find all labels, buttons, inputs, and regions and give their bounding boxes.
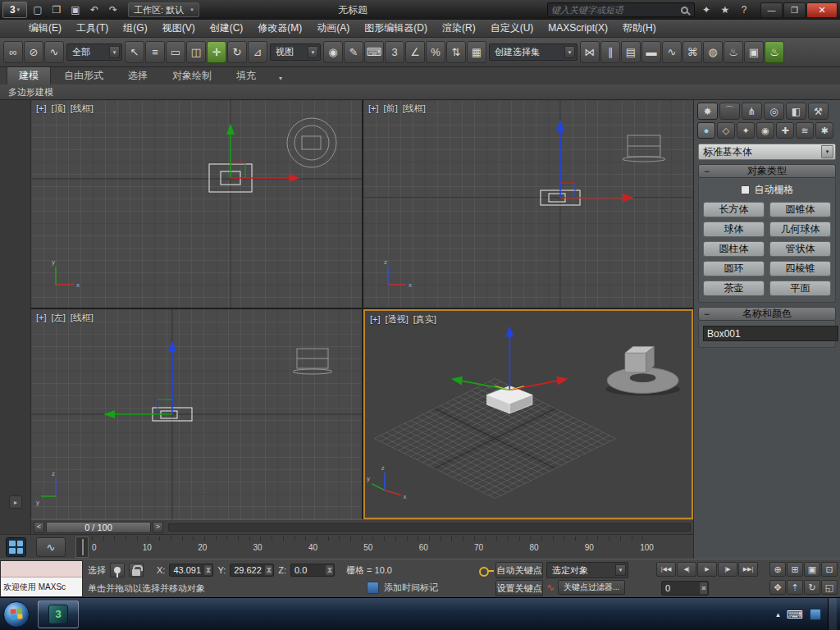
previous-frame-button[interactable]: ◀| [677, 562, 696, 577]
viewport-shading-menu[interactable]: [线框] [403, 103, 426, 113]
snap-toggle-3d-icon[interactable]: 3 [385, 41, 404, 63]
start-button[interactable] [3, 601, 30, 628]
isolate-selection-icon[interactable] [110, 563, 125, 578]
go-to-end-button[interactable]: ▶▶| [738, 562, 758, 577]
viewport-shading-menu[interactable]: [线框] [71, 103, 94, 113]
name-color-rollout-header[interactable]: − 名称和颜色 [698, 307, 836, 321]
viewport-left[interactable]: yz [+] [左] [线框] [31, 309, 362, 519]
angle-snap-icon[interactable]: ∠ [405, 41, 425, 63]
selection-lock-icon[interactable] [129, 563, 144, 578]
select-manipulate-icon[interactable]: ✎ [344, 41, 363, 63]
named-selection-set-dropdown[interactable]: 创建选择集 ▾ [489, 43, 578, 61]
primitive-button[interactable]: 平面 [769, 281, 831, 296]
torus-object[interactable] [623, 135, 665, 162]
modify-tab-icon[interactable]: ⌒ [719, 103, 740, 120]
menu-item[interactable]: 修改器(M) [250, 20, 309, 37]
ribbon-toggle-icon[interactable]: ▬ [641, 41, 661, 63]
listener-line[interactable]: 欢迎使用 MAXSc [1, 578, 82, 596]
menu-item[interactable]: MAXScript(X) [541, 20, 615, 37]
viewport-menu-icon[interactable]: [+] [36, 313, 47, 322]
ribbon-tab[interactable]: 对象绘制 [161, 66, 223, 84]
material-editor-icon[interactable]: ◍ [703, 41, 723, 63]
primitive-button[interactable]: 球体 [703, 221, 765, 237]
viewport-name-menu[interactable]: [顶] [52, 103, 66, 113]
zoom-extents-icon[interactable]: ▣ [804, 562, 820, 577]
bind-spacewarp-icon[interactable]: ∿ [44, 41, 64, 63]
current-frame-field[interactable]: 0 [661, 581, 709, 596]
time-tag-icon[interactable] [367, 582, 379, 594]
viewport-menu-icon[interactable]: [+] [368, 103, 379, 113]
ribbon-tab[interactable]: 自由形式 [52, 66, 115, 84]
menu-item[interactable]: 帮助(H) [615, 20, 664, 37]
viewport-top[interactable]: xy [+] [顶] [线框] [31, 100, 362, 308]
spinner-icon[interactable] [204, 565, 212, 575]
cameras-icon[interactable]: ◉ [756, 122, 774, 139]
spinner-icon[interactable] [326, 565, 333, 575]
motion-tab-icon[interactable]: ◎ [764, 103, 784, 120]
named-selection-sets-icon[interactable]: ▦ [467, 41, 486, 63]
key-filter-wave-icon[interactable]: ∿ [546, 582, 555, 593]
unlink-selection-icon[interactable]: ⊘ [24, 41, 43, 63]
app-logo-button[interactable]: 3 ▾ [2, 2, 27, 18]
mini-curve-editor-button[interactable]: ∿ [36, 537, 66, 557]
create-tab-icon[interactable]: ✸ [697, 103, 718, 120]
next-frame-arrow[interactable]: > [153, 522, 163, 533]
ribbon-tab[interactable]: 建模 [7, 66, 51, 84]
maximize-button[interactable]: ❐ [783, 2, 806, 18]
macro-recorder-line[interactable] [1, 561, 82, 578]
y-coordinate-field[interactable]: 29.622 [230, 564, 274, 577]
undo-icon[interactable]: ↶ [85, 2, 103, 18]
torus-object[interactable] [607, 346, 678, 393]
go-to-start-button[interactable]: |◀◀ [656, 562, 676, 577]
previous-frame-arrow[interactable]: < [34, 522, 44, 533]
menu-item[interactable]: 编辑(E) [21, 20, 69, 37]
keyboard-override-icon[interactable]: ⌨ [364, 41, 384, 63]
viewport-shading-menu[interactable]: [线框] [71, 313, 94, 322]
viewport-perspective[interactable]: xyz [+] [透视] [真实] [363, 309, 693, 519]
menu-item[interactable]: 工具(T) [69, 20, 116, 37]
walk-through-icon[interactable]: ⇡ [787, 580, 803, 595]
viewport-menu-icon[interactable]: [+] [370, 314, 381, 324]
select-move-icon[interactable]: ✛ [207, 41, 226, 63]
render-setup-icon[interactable]: ♨ [724, 41, 743, 63]
play-button[interactable]: ▶ [697, 562, 717, 577]
tray-app-icon[interactable] [810, 609, 821, 620]
primitive-button[interactable]: 几何球体 [769, 221, 831, 237]
primitive-button[interactable]: 圆环 [703, 261, 765, 276]
viewport-layout-icon[interactable] [6, 537, 26, 557]
select-rotate-icon[interactable]: ↻ [227, 41, 247, 63]
move-gizmo[interactable] [451, 326, 568, 390]
mirror-icon[interactable]: ⋈ [580, 41, 600, 63]
viewport-name-menu[interactable]: [前] [384, 103, 398, 113]
primitive-button[interactable]: 四棱锥 [769, 261, 831, 276]
taskbar-app-3dsmax[interactable]: 3 [38, 600, 79, 628]
menu-item[interactable]: 视图(V) [155, 20, 203, 37]
new-scene-icon[interactable]: ▢ [29, 2, 47, 18]
primitive-category-dropdown[interactable]: 标准基本体 ▾ [698, 144, 836, 160]
menu-item[interactable]: 组(G) [116, 20, 154, 37]
select-by-name-icon[interactable]: ≡ [145, 41, 165, 63]
select-link-icon[interactable]: ∞ [3, 41, 23, 63]
spacewarps-icon[interactable]: ≋ [796, 122, 814, 139]
spinner-icon[interactable] [700, 582, 707, 594]
time-slider-track[interactable] [168, 523, 691, 532]
primitive-button[interactable]: 茶壶 [703, 281, 765, 296]
maximize-viewport-icon[interactable]: ◱ [821, 580, 838, 595]
infocenter-help-icon[interactable]: ? [735, 2, 753, 18]
viewport-name-menu[interactable]: [左] [52, 313, 66, 322]
selection-filter-dropdown[interactable]: 全部 ▾ [66, 43, 122, 61]
viewport-menu-icon[interactable]: [+] [36, 103, 47, 113]
zoom-all-icon[interactable]: ⊞ [787, 562, 803, 577]
time-tag-label[interactable]: 添加时间标记 [384, 582, 438, 594]
pan-icon[interactable]: ✥ [769, 580, 786, 595]
zoom-extents-all-icon[interactable]: ⊡ [821, 562, 838, 577]
auto-key-button[interactable]: 自动关键点 [495, 562, 543, 578]
menu-item[interactable]: 渲染(R) [435, 20, 483, 37]
use-pivot-center-icon[interactable]: ◉ [323, 41, 343, 63]
ribbon-panel-label[interactable]: 多边形建模 [8, 86, 53, 98]
tray-keyboard-icon[interactable]: ⌨ [787, 608, 803, 621]
spinner-icon[interactable] [265, 565, 272, 575]
selection-region-icon[interactable]: ▭ [166, 41, 185, 63]
ribbon-tab[interactable]: 填充 [225, 66, 267, 84]
x-coordinate-field[interactable]: 43.091 [169, 564, 213, 577]
